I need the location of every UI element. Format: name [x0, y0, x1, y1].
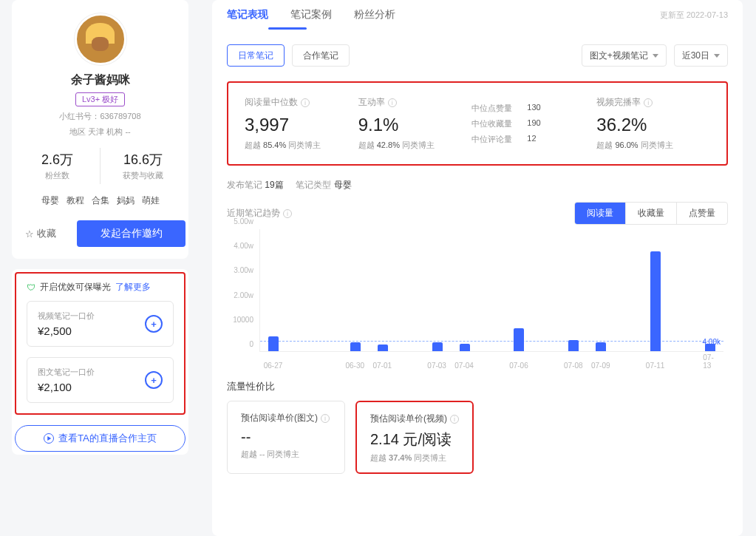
- avatar[interactable]: [75, 13, 126, 65]
- tag[interactable]: 萌娃: [142, 194, 160, 207]
- chart-bar[interactable]: [350, 342, 361, 351]
- roi-imgtxt: 预估阅读单价(图文)i -- 超越 -- 同类博主: [227, 401, 345, 474]
- trend-metric-segmented: 阅读量 收藏量 点赞量: [574, 202, 728, 225]
- profile-nickname: 余子酱妈咪: [71, 72, 130, 88]
- tab-fan-analysis[interactable]: 粉丝分析: [354, 8, 395, 21]
- roi-section-title: 流量性价比: [227, 380, 728, 393]
- chart-bar[interactable]: [378, 345, 388, 351]
- chart-bar[interactable]: [568, 340, 579, 351]
- price-video: 视频笔记一口价 ¥2,500 +: [27, 301, 174, 347]
- level-badge: Lv3+ 极好: [75, 92, 125, 106]
- trend-chart: 0100002.00w3.00w4.00w5.00w 4.00k 06-2706…: [227, 229, 728, 370]
- info-icon[interactable]: i: [388, 98, 397, 107]
- chart-bar[interactable]: [650, 251, 661, 351]
- filter-daily-notes[interactable]: 日常笔记: [227, 44, 285, 67]
- filter-coop-notes[interactable]: 合作笔记: [292, 44, 350, 67]
- seg-fav[interactable]: 收藏量: [625, 203, 676, 224]
- tag[interactable]: 母婴: [41, 194, 59, 207]
- seg-like[interactable]: 点赞量: [676, 203, 727, 224]
- shield-icon: 🛡: [27, 282, 35, 293]
- chart-bar[interactable]: [460, 344, 470, 351]
- info-icon[interactable]: i: [644, 98, 653, 107]
- add-video-price-button[interactable]: +: [145, 315, 163, 333]
- promo-card: 🛡 开启优效可保曝光 了解更多 视频笔记一口价 ¥2,500 + 图文笔记一口价…: [12, 269, 188, 455]
- chart-bar[interactable]: [514, 328, 524, 351]
- tag[interactable]: 教程: [67, 194, 84, 207]
- chart-bar[interactable]: [268, 336, 279, 351]
- favorite-button[interactable]: ☆ 收藏: [15, 220, 67, 247]
- star-icon: ☆: [25, 228, 34, 240]
- add-imgtxt-price-button[interactable]: +: [145, 371, 163, 389]
- invite-button[interactable]: 发起合作邀约: [77, 220, 185, 247]
- tag[interactable]: 妈妈: [117, 194, 134, 207]
- note-type-select[interactable]: 图文+视频笔记: [582, 44, 667, 67]
- tab-note-cases[interactable]: 笔记案例: [290, 8, 332, 21]
- chart-bar[interactable]: [596, 342, 606, 351]
- tab-note-performance[interactable]: 笔记表现: [227, 8, 268, 21]
- promo-title: 开启优效可保曝光: [40, 281, 111, 294]
- tag[interactable]: 合集: [92, 194, 109, 207]
- info-icon[interactable]: i: [450, 415, 459, 424]
- counter-likes: 16.6万 获赞与收藏: [100, 148, 185, 184]
- profile-id: 小红书号：636789708: [59, 111, 140, 122]
- note-meta: 发布笔记 19篇 笔记类型 母婴: [227, 179, 728, 191]
- profile-tags: 母婴 教程 合集 妈妈 萌娃: [41, 194, 160, 207]
- view-live-button[interactable]: 查看TA的直播合作主页: [15, 425, 185, 452]
- chart-bar[interactable]: [432, 342, 443, 351]
- profile-location: 地区 天津 机构 --: [69, 126, 131, 138]
- info-icon[interactable]: i: [301, 98, 310, 107]
- info-icon[interactable]: i: [283, 209, 292, 218]
- date-range-select[interactable]: 近30日: [674, 44, 728, 67]
- seg-read[interactable]: 阅读量: [575, 203, 625, 224]
- kpi-summary: 阅读量中位数i 3,997 超越 85.4% 同类博主 互动率i 9.1% 超越…: [227, 81, 728, 166]
- price-imgtxt: 图文笔记一口价 ¥2,100 +: [27, 357, 174, 403]
- chart-bar[interactable]: [705, 344, 715, 351]
- learn-more-link[interactable]: 了解更多: [115, 281, 151, 294]
- profile-card: 余子酱妈咪 Lv3+ 极好 小红书号：636789708 地区 天津 机构 --…: [12, 0, 188, 259]
- play-icon: [44, 433, 54, 444]
- counter-fans: 2.6万 粉丝数: [15, 148, 100, 184]
- updated-at: 更新至 2022-07-13: [660, 10, 728, 21]
- info-icon[interactable]: i: [321, 414, 330, 423]
- main-tabs: 笔记表现 笔记案例 粉丝分析 更新至 2022-07-13: [227, 0, 728, 30]
- roi-video: 预估阅读单价(视频)i 2.14 元/阅读 超越 37.4% 同类博主: [355, 401, 474, 474]
